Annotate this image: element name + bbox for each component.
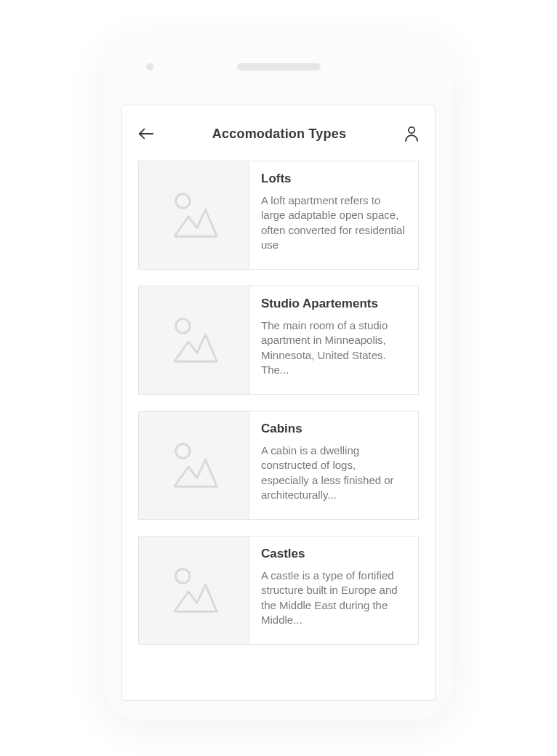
card-content: Lofts A loft apartment refers to large a… xyxy=(249,161,418,269)
page-title: Accomodation Types xyxy=(212,126,346,142)
list-item[interactable]: Lofts A loft apartment refers to large a… xyxy=(138,161,419,270)
card-content: Cabins A cabin is a dwelling constructed… xyxy=(249,411,418,519)
image-placeholder-icon xyxy=(139,411,249,519)
list-item[interactable]: Castles A castle is a type of fortified … xyxy=(138,536,419,645)
card-description: A cabin is a dwelling constructed of log… xyxy=(261,443,406,502)
card-content: Studio Apartements The main room of a st… xyxy=(249,286,418,394)
card-description: The main room of a studio apartment in M… xyxy=(261,318,406,377)
card-description: A castle is a type of fortified structur… xyxy=(261,568,406,627)
svg-point-5 xyxy=(175,569,190,584)
image-placeholder-icon xyxy=(139,536,249,644)
image-placeholder-icon xyxy=(139,161,249,269)
page-header: Accomodation Types xyxy=(122,105,435,161)
phone-top-bar xyxy=(104,58,453,76)
list-item[interactable]: Cabins A cabin is a dwelling constructed… xyxy=(138,411,419,520)
card-title: Cabins xyxy=(261,422,406,436)
card-description: A loft apartment refers to large adaptab… xyxy=(261,193,406,252)
phone-frame: Accomodation Types Lofts A loft xyxy=(104,36,453,720)
card-title: Lofts xyxy=(261,172,406,186)
svg-point-1 xyxy=(409,127,414,133)
svg-point-2 xyxy=(175,194,190,209)
card-content: Castles A castle is a type of fortified … xyxy=(249,536,418,644)
image-placeholder-icon xyxy=(139,286,249,394)
card-title: Castles xyxy=(261,547,406,561)
back-icon[interactable] xyxy=(138,127,154,140)
screen: Accomodation Types Lofts A loft xyxy=(121,105,436,701)
camera-dot xyxy=(146,63,153,71)
svg-point-4 xyxy=(175,444,190,459)
accommodation-list: Lofts A loft apartment refers to large a… xyxy=(122,161,435,645)
list-item[interactable]: Studio Apartements The main room of a st… xyxy=(138,286,419,395)
svg-point-3 xyxy=(175,319,190,334)
card-title: Studio Apartements xyxy=(261,297,406,311)
speaker-grille xyxy=(237,63,321,71)
profile-icon[interactable] xyxy=(404,126,419,142)
